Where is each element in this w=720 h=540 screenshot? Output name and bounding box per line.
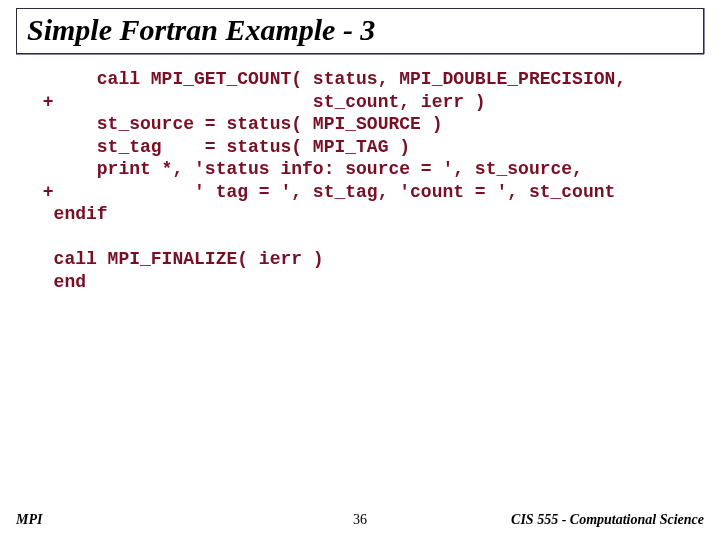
slide: Simple Fortran Example - 3 call MPI_GET_…	[0, 0, 720, 540]
page-title: Simple Fortran Example - 3	[27, 13, 693, 47]
title-box: Simple Fortran Example - 3	[16, 8, 704, 54]
footer-right: CIS 555 - Computational Science	[511, 512, 704, 528]
code-block: call MPI_GET_COUNT( status, MPI_DOUBLE_P…	[32, 68, 700, 293]
footer: MPI 36 CIS 555 - Computational Science	[16, 508, 704, 528]
